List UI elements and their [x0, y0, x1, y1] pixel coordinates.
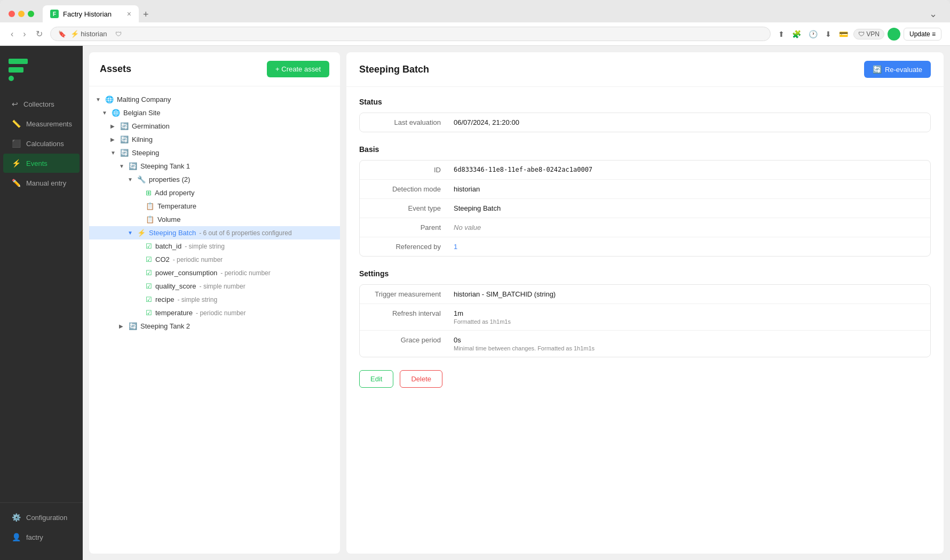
- icon-volume-prop: 📋: [146, 215, 154, 223]
- value-referenced-by[interactable]: 1: [454, 243, 922, 251]
- forward-button[interactable]: ›: [21, 27, 28, 41]
- basis-section: Basis ID 6d833346-11e8-11ef-abe8-0242ac1…: [359, 145, 931, 257]
- sidebar-item-calculations[interactable]: ⬛ Calculations: [3, 134, 80, 153]
- tree-item-volume-prop[interactable]: 📋 Volume: [89, 213, 340, 226]
- icon-power-consumption: ☑: [146, 269, 152, 277]
- sidebar-nav: ↩ Collectors 📏 Measurements ⬛ Calculatio…: [0, 94, 83, 502]
- browser-titlebar: Factry Historian × + ⌄: [0, 0, 950, 22]
- tree-item-quality-score[interactable]: ☑ quality_score - simple number: [89, 279, 340, 293]
- close-traffic-light[interactable]: [9, 11, 15, 17]
- address-text: ⚡ historian: [70, 30, 107, 38]
- tree-item-temperature-field[interactable]: ☑ temperature - periodic number: [89, 306, 340, 319]
- extensions-button[interactable]: 🧩: [790, 28, 803, 41]
- tree-item-steeping-tank-2[interactable]: ▶ 🔄 Steeping Tank 2: [89, 319, 340, 333]
- chevron-kilning: ▶: [110, 137, 117, 142]
- create-asset-button[interactable]: + Create asset: [267, 61, 329, 77]
- reevaluate-button[interactable]: 🔄 Re-evaluate: [864, 61, 931, 78]
- reevaluate-icon: 🔄: [873, 65, 882, 74]
- chevron-steeping-tank-1: ▼: [119, 163, 125, 169]
- chevron-steeping: ▼: [110, 150, 117, 156]
- profile-avatar[interactable]: [888, 28, 900, 41]
- address-bar[interactable]: 🔖 ⚡ historian 🛡: [50, 27, 771, 41]
- wallet-button[interactable]: 💳: [837, 28, 850, 41]
- tree-item-malting-company[interactable]: ▼ 🌐 Malting Company: [89, 93, 340, 106]
- label-germination: Germination: [132, 122, 170, 130]
- tree-item-germination[interactable]: ▶ 🔄 Germination: [89, 119, 340, 133]
- info-row-last-evaluation: Last evaluation 06/07/2024, 21:20:00: [360, 113, 930, 132]
- label-quality-score: quality_score: [155, 282, 196, 290]
- tree-item-kilning[interactable]: ▶ 🔄 Kilning: [89, 133, 340, 146]
- maximize-traffic-light[interactable]: [28, 11, 34, 17]
- tree-item-batch-id[interactable]: ☑ batch_id - simple string: [89, 239, 340, 253]
- label-properties: properties (2): [149, 175, 190, 183]
- sidebar: ↩ Collectors 📏 Measurements ⬛ Calculatio…: [0, 46, 83, 560]
- sidebar-label-collectors: Collectors: [23, 100, 54, 108]
- sidebar-item-collectors[interactable]: ↩ Collectors: [3, 94, 80, 114]
- logo-bar-2: [9, 67, 23, 73]
- icon-properties: 🔧: [137, 175, 146, 183]
- detail-title: Steeping Batch: [359, 64, 429, 75]
- minimize-traffic-light[interactable]: [18, 11, 25, 17]
- label-power-consumption-suffix: - periodic number: [220, 269, 270, 277]
- label-referenced-by: Referenced by: [368, 243, 454, 251]
- logo-bar-1: [9, 59, 28, 64]
- tree-item-temperature-prop[interactable]: 📋 Temperature: [89, 199, 340, 213]
- sidebar-item-configuration[interactable]: ⚙️ Configuration: [3, 508, 80, 527]
- delete-button[interactable]: Delete: [400, 370, 442, 388]
- share-button[interactable]: ⬆: [776, 28, 787, 41]
- tree-item-properties[interactable]: ▼ 🔧 properties (2): [89, 173, 340, 186]
- settings-section: Settings Trigger measurement historian -…: [359, 269, 931, 357]
- icon-add-property: ⊞: [146, 189, 152, 197]
- sidebar-item-events[interactable]: ⚡ Events: [3, 154, 80, 173]
- tree-item-belgian-site[interactable]: ▼ 🌐 Belgian Site: [89, 106, 340, 119]
- basis-section-title: Basis: [359, 145, 931, 154]
- detail-content: Status Last evaluation 06/07/2024, 21:20…: [346, 87, 944, 554]
- sidebar-logo: [0, 54, 83, 94]
- label-refresh-interval: Refresh interval: [368, 309, 454, 317]
- downloads-button[interactable]: ⬇: [823, 28, 834, 41]
- assets-title: Assets: [100, 63, 131, 75]
- tab-bar: Factry Historian × +: [43, 5, 925, 22]
- sidebar-item-measurements[interactable]: 📏 Measurements: [3, 114, 80, 133]
- label-quality-score-suffix: - simple number: [200, 283, 246, 290]
- value-event-type: Steeping Batch: [454, 204, 922, 212]
- tree-item-recipe[interactable]: ☑ recipe - simple string: [89, 293, 340, 306]
- tree-item-co2[interactable]: ☑ CO2 - periodic number: [89, 253, 340, 266]
- icon-recipe: ☑: [146, 295, 152, 303]
- value-grace-period: 0s: [454, 336, 595, 344]
- tree-item-steeping-batch[interactable]: ▼ ⚡ Steeping Batch - 6 out of 6 properti…: [89, 226, 340, 239]
- sidebar-item-manual-entry[interactable]: ✏️ Manual entry: [3, 173, 80, 193]
- label-trigger-measurement: Trigger measurement: [368, 290, 454, 298]
- reload-button[interactable]: ↻: [34, 27, 45, 41]
- back-button[interactable]: ‹: [9, 27, 15, 41]
- edit-button[interactable]: Edit: [359, 370, 393, 388]
- tree-item-steeping[interactable]: ▼ 🔄 Steeping: [89, 146, 340, 159]
- label-steeping-tank-1: Steeping Tank 1: [140, 162, 190, 170]
- settings-card: Trigger measurement historian - SIM_BATC…: [359, 284, 931, 357]
- new-tab-button[interactable]: +: [139, 7, 153, 22]
- value-refresh-interval: 1m: [454, 309, 511, 317]
- info-row-grace-period: Grace period 0s Minimal time between cha…: [360, 331, 930, 357]
- shield-icon: 🛡: [115, 30, 122, 38]
- history-button[interactable]: 🕐: [806, 28, 820, 41]
- active-tab[interactable]: Factry Historian ×: [43, 5, 139, 22]
- tab-close-button[interactable]: ×: [127, 10, 131, 18]
- assets-panel: Assets + Create asset ▼ 🌐 Malting Compan…: [89, 52, 340, 554]
- main-content: Assets + Create asset ▼ 🌐 Malting Compan…: [83, 46, 950, 560]
- info-row-detection-mode: Detection mode historian: [360, 180, 930, 199]
- status-section: Status Last evaluation 06/07/2024, 21:20…: [359, 98, 931, 132]
- chevron-steeping-tank-2: ▶: [119, 323, 125, 329]
- tree-item-power-consumption[interactable]: ☑ power_consumption - periodic number: [89, 266, 340, 279]
- sidebar-item-factry[interactable]: 👤 factry: [3, 527, 80, 547]
- configuration-icon: ⚙️: [12, 513, 21, 522]
- app-container: ↩ Collectors 📏 Measurements ⬛ Calculatio…: [0, 46, 950, 560]
- info-row-trigger-measurement: Trigger measurement historian - SIM_BATC…: [360, 285, 930, 304]
- tab-favicon: [50, 10, 59, 18]
- tree-item-add-property[interactable]: ⊞ Add property: [89, 186, 340, 199]
- label-add-property: Add property: [155, 189, 194, 197]
- chevron-malting-company: ▼: [96, 97, 102, 102]
- label-malting-company: Malting Company: [117, 95, 171, 103]
- value-grace-period-container: 0s Minimal time between changes. Formatt…: [454, 336, 595, 351]
- tree-item-steeping-tank-1[interactable]: ▼ 🔄 Steeping Tank 1: [89, 159, 340, 173]
- update-button[interactable]: Update ≡: [904, 28, 941, 41]
